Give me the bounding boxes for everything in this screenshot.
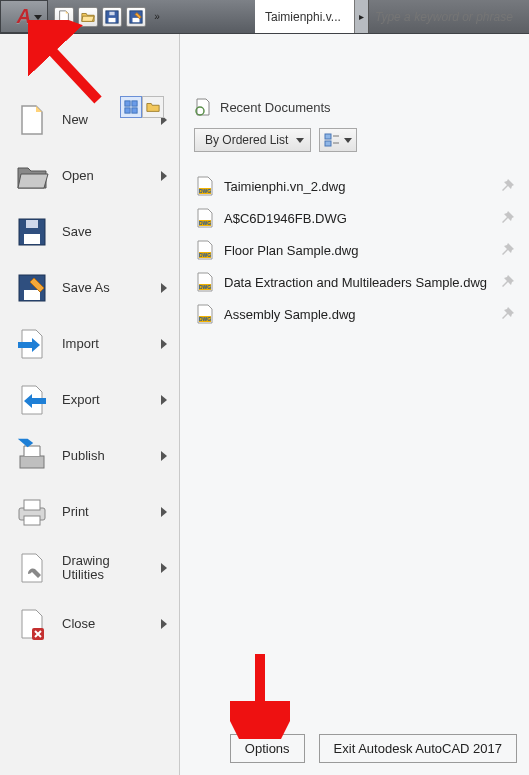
sort-order-combo[interactable]: By Ordered List bbox=[194, 128, 311, 152]
title-toolbar: A » Taimienphi.v... ▸ bbox=[0, 0, 529, 34]
recent-heading: Recent Documents bbox=[194, 98, 517, 116]
menu-item-drawing-utilities[interactable]: Drawing Utilities bbox=[0, 540, 179, 596]
import-icon bbox=[14, 326, 50, 362]
recent-document-name: Data Extraction and Multileaders Sample.… bbox=[224, 275, 489, 290]
recent-document-name: Floor Plan Sample.dwg bbox=[224, 243, 489, 258]
menu-item-saveas[interactable]: Save As bbox=[0, 260, 179, 316]
qat-overflow-button[interactable]: » bbox=[150, 11, 164, 22]
svg-rect-20 bbox=[325, 134, 331, 139]
svg-rect-7 bbox=[125, 108, 130, 113]
options-button[interactable]: Options bbox=[230, 734, 305, 763]
svg-rect-8 bbox=[132, 108, 137, 113]
svg-text:DWG: DWG bbox=[199, 252, 211, 258]
large-icons-icon bbox=[124, 100, 138, 114]
app-menu-commands: New Open Save Save As Import Export bbox=[0, 34, 180, 775]
document-tab-label: Taimienphi.v... bbox=[265, 10, 341, 24]
svg-rect-10 bbox=[24, 234, 40, 244]
menu-item-import[interactable]: Import bbox=[0, 316, 179, 372]
tab-overflow-button[interactable]: ▸ bbox=[355, 0, 369, 33]
qat-new-button[interactable] bbox=[54, 7, 74, 27]
recent-document-row[interactable]: DWGTaimienphi.vn_2.dwg bbox=[194, 170, 517, 202]
save-disk-icon bbox=[105, 10, 119, 24]
svg-rect-17 bbox=[24, 516, 40, 525]
chevron-right-icon bbox=[161, 339, 167, 349]
view-mode-button[interactable] bbox=[319, 128, 357, 152]
menu-item-publish[interactable]: Publish bbox=[0, 428, 179, 484]
exit-button[interactable]: Exit Autodesk AutoCAD 2017 bbox=[319, 734, 517, 763]
menu-item-export[interactable]: Export bbox=[0, 372, 179, 428]
recent-document-row[interactable]: DWGAssembly Sample.dwg bbox=[194, 298, 517, 330]
open-folder-icon bbox=[14, 158, 50, 194]
chevron-right-icon bbox=[161, 283, 167, 293]
chevron-down-icon bbox=[296, 138, 304, 143]
menu-label: Export bbox=[62, 393, 149, 407]
chevron-right-icon bbox=[161, 171, 167, 181]
view-toggle bbox=[120, 96, 164, 118]
chevron-right-icon bbox=[161, 395, 167, 405]
saveas-disk-icon bbox=[129, 10, 143, 24]
view-large-icons-button[interactable] bbox=[120, 96, 142, 118]
svg-text:DWG: DWG bbox=[199, 188, 211, 194]
small-icons-icon bbox=[146, 100, 160, 114]
save-disk-icon bbox=[14, 214, 50, 250]
pin-icon[interactable] bbox=[499, 242, 515, 258]
new-file-icon bbox=[14, 102, 50, 138]
qat-saveas-button[interactable] bbox=[126, 7, 146, 27]
recent-document-row[interactable]: DWGA$C6D1946FB.DWG bbox=[194, 202, 517, 234]
recent-documents-list: DWGTaimienphi.vn_2.dwgDWGA$C6D1946FB.DWG… bbox=[194, 170, 517, 330]
svg-text:DWG: DWG bbox=[199, 220, 211, 226]
svg-rect-16 bbox=[24, 500, 40, 510]
qat-open-button[interactable] bbox=[78, 7, 98, 27]
print-icon bbox=[14, 494, 50, 530]
list-view-icon bbox=[324, 132, 340, 148]
menu-label: Open bbox=[62, 169, 149, 183]
new-file-icon bbox=[57, 10, 71, 24]
menu-label: Publish bbox=[62, 449, 149, 463]
help-search-input[interactable] bbox=[375, 10, 523, 24]
menu-item-save[interactable]: Save bbox=[0, 204, 179, 260]
recent-document-name: Assembly Sample.dwg bbox=[224, 307, 489, 322]
menu-label: Import bbox=[62, 337, 149, 351]
pin-icon[interactable] bbox=[499, 274, 515, 290]
chevron-right-icon bbox=[161, 507, 167, 517]
close-doc-icon bbox=[14, 606, 50, 642]
export-icon bbox=[14, 382, 50, 418]
menu-item-print[interactable]: Print bbox=[0, 484, 179, 540]
menu-label: Print bbox=[62, 505, 149, 519]
chevron-down-icon bbox=[344, 138, 352, 143]
qat-save-button[interactable] bbox=[102, 7, 122, 27]
svg-text:DWG: DWG bbox=[199, 316, 211, 322]
svg-rect-6 bbox=[132, 101, 137, 106]
saveas-disk-icon bbox=[14, 270, 50, 306]
recent-documents-panel: Recent Documents By Ordered List DWGTaim… bbox=[180, 34, 529, 775]
chevron-right-icon bbox=[161, 451, 167, 461]
recent-document-name: A$C6D1946FB.DWG bbox=[224, 211, 489, 226]
menu-label: Drawing Utilities bbox=[62, 554, 149, 583]
recent-document-row[interactable]: DWGFloor Plan Sample.dwg bbox=[194, 234, 517, 266]
chevron-right-icon bbox=[161, 563, 167, 573]
pin-icon[interactable] bbox=[499, 178, 515, 194]
pin-icon[interactable] bbox=[499, 306, 515, 322]
pin-icon[interactable] bbox=[499, 210, 515, 226]
svg-rect-13 bbox=[24, 290, 40, 300]
menu-label: Save bbox=[62, 225, 171, 239]
document-tab-active[interactable]: Taimienphi.v... bbox=[255, 0, 355, 33]
recent-doc-icon bbox=[194, 98, 212, 116]
menu-label: Save As bbox=[62, 281, 149, 295]
svg-rect-2 bbox=[109, 11, 114, 15]
help-search bbox=[369, 0, 529, 33]
recent-document-name: Taimienphi.vn_2.dwg bbox=[224, 179, 489, 194]
menu-item-close[interactable]: Close bbox=[0, 596, 179, 652]
chevron-down-icon bbox=[34, 15, 42, 20]
app-menu-panel: New Open Save Save As Import Export bbox=[0, 34, 529, 775]
application-menu-button[interactable]: A bbox=[0, 0, 48, 33]
view-small-icons-button[interactable] bbox=[142, 96, 164, 118]
publish-icon bbox=[14, 438, 50, 474]
sort-order-label: By Ordered List bbox=[205, 133, 288, 147]
svg-rect-11 bbox=[26, 220, 38, 228]
svg-rect-4 bbox=[133, 17, 140, 21]
svg-text:DWG: DWG bbox=[199, 284, 211, 290]
recent-controls: By Ordered List bbox=[194, 128, 517, 152]
recent-document-row[interactable]: DWGData Extraction and Multileaders Samp… bbox=[194, 266, 517, 298]
menu-item-open[interactable]: Open bbox=[0, 148, 179, 204]
